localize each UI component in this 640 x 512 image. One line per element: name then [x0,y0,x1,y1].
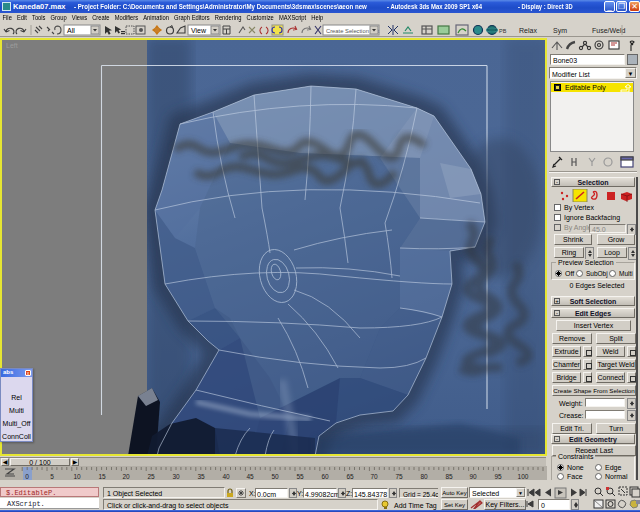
svg-text:Fuse/Weld: Fuse/Weld [592,27,625,34]
svg-text:All: All [67,27,75,34]
svg-text:Relax: Relax [519,27,537,34]
svg-text:55: 55 [296,473,304,480]
svg-text:35: 35 [197,473,205,480]
svg-text:25: 25 [147,473,155,480]
svg-text:65: 65 [346,473,354,480]
svg-text:20: 20 [122,473,130,480]
svg-text:View: View [191,27,207,34]
svg-text:PB: PB [499,28,507,34]
svg-text:0: 0 [25,473,29,480]
svg-text:100: 100 [518,473,529,480]
svg-text:40: 40 [222,473,230,480]
svg-text:10: 10 [73,473,81,480]
svg-text:45: 45 [246,473,254,480]
svg-text:95: 95 [494,473,502,480]
svg-text:75: 75 [395,473,403,480]
svg-text:50: 50 [271,473,279,480]
svg-text:85: 85 [445,473,453,480]
svg-text:80: 80 [420,473,428,480]
svg-text:30: 30 [172,473,180,480]
svg-text:60: 60 [321,473,329,480]
svg-text:90: 90 [469,473,477,480]
svg-text:70: 70 [370,473,378,480]
svg-text:15: 15 [98,473,106,480]
svg-text:5: 5 [50,473,54,480]
svg-text:Sym: Sym [553,27,567,35]
svg-text:Left: Left [6,42,18,49]
